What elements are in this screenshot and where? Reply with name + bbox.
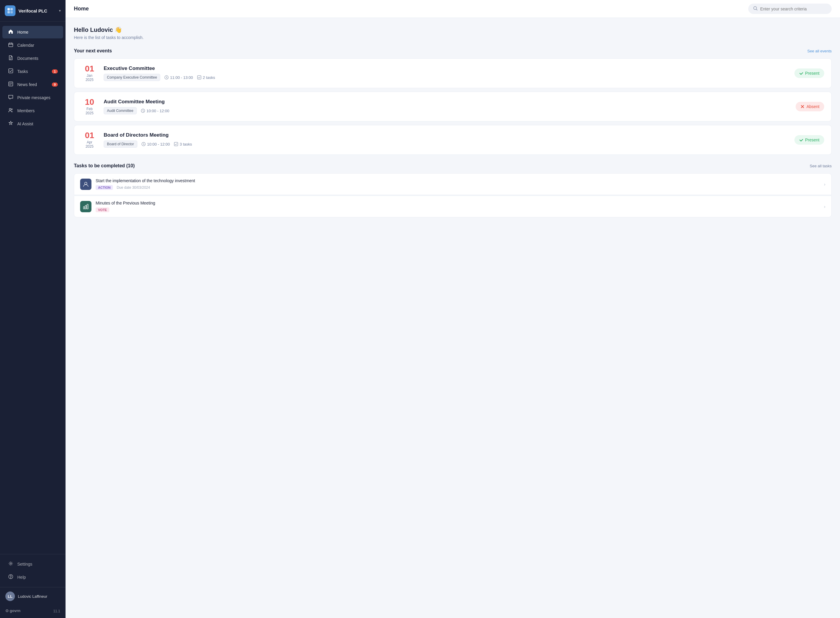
event-day-2: 10 <box>81 98 98 106</box>
sidebar-item-members[interactable]: Members <box>2 104 63 117</box>
task-due-1: Due date 30/03/2024 <box>117 186 150 190</box>
sidebar-label-members: Members <box>17 108 34 113</box>
event-meta-3: Board of Director 10:00 - 12:00 3 tasks <box>104 141 788 148</box>
task-meta-2: VOTE <box>95 207 820 212</box>
task-meta-1: ACTION Due date 30/03/2024 <box>95 184 820 190</box>
event-title-1: Executive Committee <box>104 65 788 71</box>
svg-rect-2 <box>7 11 10 13</box>
event-date-2: 10 Feb 2025 <box>81 98 98 115</box>
tasks-icon <box>8 68 14 74</box>
event-tasks-3: 3 tasks <box>174 142 192 147</box>
check-icon-3 <box>799 138 803 142</box>
sidebar-item-documents[interactable]: Documents <box>2 52 63 65</box>
chart-icon <box>83 204 89 209</box>
event-day-1: 01 <box>81 65 98 73</box>
members-icon <box>8 108 14 114</box>
event-tag-3: Board of Director <box>104 141 137 148</box>
sidebar-label-messages: Private messages <box>17 95 50 100</box>
event-tag-1: Company Executive Committee <box>104 74 160 81</box>
svg-text:⊙ govrn: ⊙ govrn <box>5 609 21 613</box>
sidebar-item-ai-assist[interactable]: AI Assist <box>2 117 63 130</box>
sidebar-item-help[interactable]: Help <box>2 571 63 584</box>
task-badge-1: ACTION <box>95 185 113 190</box>
sidebar-item-calendar[interactable]: Calendar <box>2 39 63 52</box>
tasks-badge: 1 <box>52 69 58 74</box>
main-content: Home Hello Ludovic 👋 Here is the list of… <box>66 0 840 618</box>
calendar-icon <box>8 42 14 48</box>
checkbox-icon-3 <box>174 142 178 146</box>
event-meta-2: Audit Committee 10:00 - 12:00 <box>104 107 790 114</box>
svg-point-9 <box>10 563 12 565</box>
search-icon <box>753 6 758 12</box>
search-input[interactable] <box>760 7 827 11</box>
event-status-1: Present <box>794 68 824 78</box>
task-body-1: Start the implementation of the technolo… <box>95 178 820 190</box>
event-year-1: 2025 <box>81 78 98 82</box>
task-card-1[interactable]: Start the implementation of the technolo… <box>74 173 832 195</box>
see-all-events-link[interactable]: See all events <box>807 49 832 53</box>
task-body-2: Minutes of the Previous Meeting VOTE <box>95 201 820 212</box>
sidebar-label-calendar: Calendar <box>17 43 34 48</box>
content-area: Hello Ludovic 👋 Here is the list of task… <box>66 18 840 618</box>
sidebar-item-private-messages[interactable]: Private messages <box>2 91 63 104</box>
event-month-1: Jan <box>81 74 98 78</box>
chevron-right-icon-2: › <box>824 204 825 209</box>
event-time-2: 10:00 - 12:00 <box>141 108 170 113</box>
event-title-2: Audit Committee Meeting <box>104 99 790 105</box>
newsfeed-icon <box>8 82 14 88</box>
sidebar-label-documents: Documents <box>17 56 39 61</box>
svg-rect-21 <box>85 205 86 209</box>
sidebar-label-settings: Settings <box>17 562 33 566</box>
event-card-3: 01 Apr 2025 Board of Directors Meeting B… <box>74 125 832 155</box>
task-card-2[interactable]: Minutes of the Previous Meeting VOTE › <box>74 196 832 217</box>
sidebar-header[interactable]: Verifocal PLC ▾ <box>0 0 66 22</box>
tasks-title: Tasks to be completed (10) <box>74 163 135 168</box>
user-name: Ludovic Laffineur <box>18 594 48 599</box>
clock-icon-2 <box>141 108 145 113</box>
sidebar-item-home[interactable]: Home <box>2 26 63 39</box>
sidebar-label-help: Help <box>17 575 26 579</box>
header: Home <box>66 0 840 18</box>
person-icon <box>83 181 89 187</box>
events-section-header: Your next events See all events <box>74 48 832 53</box>
event-date-1: 01 Jan 2025 <box>81 65 98 82</box>
task-avatar-1 <box>80 178 91 190</box>
event-date-3: 01 Apr 2025 <box>81 131 98 149</box>
sidebar-brand-footer: ⊙ govrn 11.1 <box>0 605 66 618</box>
greeting-subtext: Here is the list of tasks to accomplish. <box>74 35 832 40</box>
sidebar-item-tasks[interactable]: Tasks 1 <box>2 65 63 78</box>
check-icon <box>799 71 803 75</box>
svg-point-8 <box>11 108 12 110</box>
event-month-2: Feb <box>81 107 98 111</box>
event-info-1: Executive Committee Company Executive Co… <box>104 65 788 81</box>
svg-rect-0 <box>7 8 10 10</box>
event-time-3: 10:00 - 12:00 <box>141 142 170 147</box>
document-icon <box>8 55 14 61</box>
avatar: LL <box>5 591 15 601</box>
task-title-1: Start the implementation of the technolo… <box>95 178 820 183</box>
sidebar-bottom: Settings Help <box>0 554 66 587</box>
svg-rect-5 <box>9 69 13 73</box>
x-icon <box>800 104 804 108</box>
sidebar-item-settings[interactable]: Settings <box>2 558 63 570</box>
event-status-2: Absent <box>795 102 824 111</box>
task-badge-2: VOTE <box>95 208 109 212</box>
svg-rect-15 <box>198 76 201 79</box>
sidebar-label-ai: AI Assist <box>17 122 33 126</box>
event-month-3: Apr <box>81 140 98 144</box>
clock-icon <box>164 75 168 79</box>
ai-icon <box>8 121 14 127</box>
sidebar-user-footer[interactable]: LL Ludovic Laffineur <box>0 587 66 605</box>
search-bar[interactable] <box>748 4 832 14</box>
company-name: Verifocal PLC <box>18 8 48 13</box>
chevron-right-icon-1: › <box>824 182 825 187</box>
task-title-2: Minutes of the Previous Meeting <box>95 201 820 205</box>
brand-logo-icon: ⊙ govrn <box>5 608 22 614</box>
see-all-tasks-link[interactable]: See all tasks <box>810 164 832 168</box>
event-title-3: Board of Directors Meeting <box>104 132 788 138</box>
settings-icon <box>8 561 14 567</box>
svg-point-7 <box>9 108 11 110</box>
event-year-3: 2025 <box>81 144 98 149</box>
sidebar-item-newsfeed[interactable]: News feed 9 <box>2 78 63 91</box>
newsfeed-badge: 9 <box>52 82 58 87</box>
